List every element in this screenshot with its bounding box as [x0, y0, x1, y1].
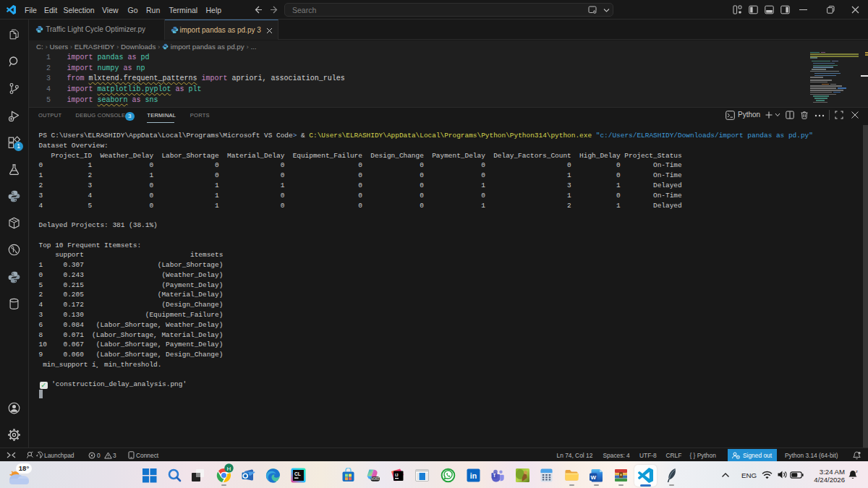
svg-text:in: in: [469, 471, 476, 480]
svg-text:z: z: [856, 469, 858, 474]
svg-text:W: W: [590, 474, 596, 481]
svg-text:T: T: [493, 473, 495, 478]
svg-text:CL: CL: [294, 471, 301, 476]
svg-text:IJ: IJ: [395, 473, 399, 477]
svg-text:H: H: [227, 466, 231, 472]
svg-text:M365: M365: [371, 477, 380, 481]
